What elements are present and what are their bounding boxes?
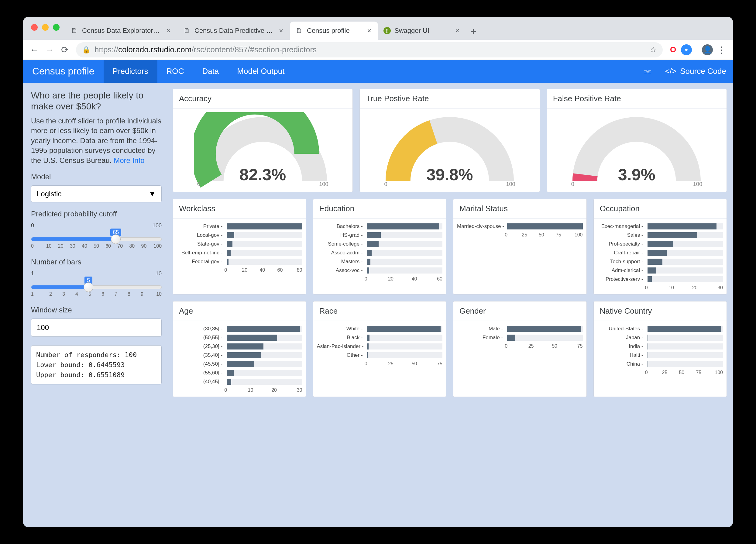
slider-thumb[interactable] [111, 234, 121, 244]
bar-label: Adm-clerical - [597, 267, 645, 274]
new-tab-button[interactable]: + [466, 23, 481, 40]
bar-label: Assoc-acdm - [317, 250, 365, 256]
card-title: True Postive Rate [360, 89, 539, 108]
model-select[interactable]: Logistic ▼ [31, 185, 162, 202]
close-tab-icon[interactable]: × [278, 26, 284, 35]
chart-card-occupation: Occupation Exec-managerial - Sales - Pro… [593, 199, 727, 294]
bar-row: HS-grad - [317, 231, 443, 240]
bar-row: Private - [177, 222, 302, 231]
card-title: Age [173, 301, 306, 321]
chart-card-age: Age (30,35] - (50,55] - (25,30] - (35,40… [173, 301, 306, 397]
bar-label: Self-emp-not-inc - [177, 250, 224, 256]
file-icon: 🗎 [295, 27, 303, 35]
gauge-tpr: 39.8% 0100 [363, 112, 536, 188]
bar-label: Federal-gov - [177, 259, 224, 265]
more-info-link[interactable]: More Info [114, 156, 144, 164]
bar-label: Male - [457, 326, 505, 332]
bar-label: Protective-serv - [597, 276, 645, 282]
menu-button[interactable]: ⋮ [715, 43, 728, 56]
bar-chart: Private - Local-gov - State-gov - Self-e… [177, 222, 302, 291]
browser-tab-1[interactable]: 🗎Census Data Predictive Models× [177, 22, 290, 40]
bar-row: Exec-managerial - [597, 222, 723, 231]
bar-row: (55,60] - [177, 369, 302, 377]
chart-card-workclass: Workclass Private - Local-gov - State-go… [173, 199, 306, 294]
sidebar-title: Who are the people likely to make over $… [31, 90, 162, 112]
app-title: Census profile [23, 60, 104, 83]
forward-button[interactable]: → [43, 43, 56, 56]
card-title: Occupation [594, 199, 727, 219]
sidebar: Who are the people likely to make over $… [23, 83, 170, 527]
bar-label: India - [597, 343, 645, 349]
bar-label: Tech-support - [597, 259, 645, 265]
bar-row: State-gov - [177, 240, 302, 249]
bar-row: (35,40] - [177, 351, 302, 360]
bar-label: (50,55] - [177, 335, 224, 341]
bar-label: Private - [177, 223, 224, 229]
bar-row: Masters - [317, 257, 443, 266]
stats-output: Number of responders: 100 Lower bound: 0… [31, 345, 162, 384]
bar-label: Married-civ-spouse - [457, 223, 505, 229]
profile-avatar[interactable]: 👤 [702, 44, 713, 55]
nav-tab-model-output[interactable]: Model Output [228, 60, 294, 83]
card-title: Gender [453, 301, 586, 321]
bar-label: (55,60] - [177, 370, 224, 376]
main-content: Accuracy 82.3% 0100 True Postive Rate 39… [170, 83, 733, 527]
app-body: Who are the people likely to make over $… [23, 83, 733, 527]
extension-zoom-icon[interactable]: ● [681, 44, 692, 55]
window-controls [28, 17, 65, 31]
bar-row: Female - [457, 333, 583, 342]
source-code-label: Source Code [680, 67, 726, 76]
toolbar-divider [697, 45, 697, 55]
close-tab-icon[interactable]: × [366, 26, 373, 35]
bar-row: (40,45] - [177, 377, 302, 386]
cutoff-slider[interactable]: 0100 65 0102030405060708090100 [31, 222, 162, 250]
bar-row: Craft-repair - [597, 249, 723, 257]
reload-button[interactable]: ⟳ [58, 43, 71, 56]
bar-label: Craft-repair - [597, 250, 645, 256]
bar-row: China - [597, 360, 723, 369]
star-icon[interactable]: ☆ [650, 45, 657, 54]
back-button[interactable]: ← [28, 43, 41, 56]
nav-tab-predictors[interactable]: Predictors [104, 60, 157, 83]
bar-label: (35,40] - [177, 352, 224, 358]
close-tab-icon[interactable]: × [454, 26, 461, 35]
maximize-window-icon[interactable] [53, 24, 60, 31]
bar-label: (45,50] - [177, 361, 224, 367]
minimize-window-icon[interactable] [42, 24, 49, 31]
slider-thumb[interactable] [84, 282, 93, 292]
bar-row: Haiti - [597, 351, 723, 360]
bar-label: Masters - [317, 259, 365, 265]
bar-label: Assoc-voc - [317, 267, 365, 274]
bar-row: Assoc-voc - [317, 266, 443, 275]
app-header: Census profile PredictorsROCDataModel Ou… [23, 60, 733, 83]
bar-chart: Bachelors - HS-grad - Some-college - Ass… [317, 222, 443, 291]
sidebar-description: Use the cutoff slider to profile individ… [31, 116, 162, 165]
extension-opera-icon[interactable]: O [668, 44, 679, 55]
bar-label: White - [317, 326, 365, 332]
bar-row: Some-college - [317, 240, 443, 249]
model-label: Model [31, 173, 162, 181]
window-size-input[interactable] [31, 318, 162, 337]
bar-label: Other - [317, 352, 365, 358]
chart-card-gender: Gender Male - Female - 0255075 [453, 301, 587, 397]
file-icon: 🗎 [183, 27, 191, 35]
browser-tab-2[interactable]: 🗎Census profile× [290, 22, 378, 40]
bar-row: Married-civ-spouse - [457, 222, 583, 231]
address-bar[interactable]: 🔒 https://colorado.rstudio.com/rsc/conte… [76, 42, 663, 57]
browser-tab-0[interactable]: 🗎Census Data Exploratory Analy× [65, 22, 177, 40]
bar-row: Self-emp-not-inc - [177, 249, 302, 257]
close-window-icon[interactable] [31, 24, 38, 31]
chart-card-education: Education Bachelors - HS-grad - Some-col… [313, 199, 447, 294]
card-title: Education [313, 199, 446, 219]
close-tab-icon[interactable]: × [165, 26, 172, 35]
chart-card-marital-status: Marital Status Married-civ-spouse - 0255… [453, 199, 587, 294]
gauge-fpr: 3.9% 0100 [551, 112, 723, 188]
nav-tab-roc[interactable]: ROC [157, 60, 193, 83]
nav-tab-data[interactable]: Data [193, 60, 228, 83]
bar-row: (45,50] - [177, 360, 302, 369]
source-code-button[interactable]: </>Source Code [658, 60, 733, 83]
bars-slider[interactable]: 110 5 12345678910 [31, 270, 162, 298]
browser-tab-3[interactable]: {}Swagger UI× [378, 22, 466, 40]
share-button[interactable]: ⫘ [637, 60, 658, 83]
bar-chart: United-States - Japan - India - Haiti - … [597, 325, 723, 393]
